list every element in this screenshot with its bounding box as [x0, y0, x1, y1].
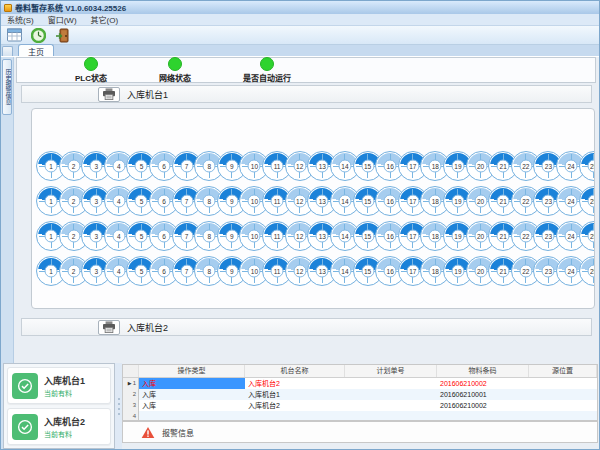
coil-number: 5	[135, 160, 148, 173]
table-cell[interactable]	[529, 411, 597, 421]
coil-number: 23	[542, 230, 555, 243]
coil-number: 7	[180, 265, 193, 278]
coil-number: 23	[542, 160, 555, 173]
card-title: 入库机台2	[44, 415, 85, 428]
column-header[interactable]: 源位置	[529, 365, 597, 377]
coil-number: 1	[45, 195, 58, 208]
table-cell[interactable]	[529, 378, 597, 389]
coil-number: 9	[225, 265, 238, 278]
card-text: 入库机台2当前有料	[44, 415, 85, 439]
print-button-machine1[interactable]	[98, 87, 120, 102]
table-cell[interactable]	[529, 400, 597, 411]
titlebar: 卷料暂存系统 V1.0.6034.25526	[1, 1, 599, 14]
coil-number: 18	[429, 195, 442, 208]
coil-position[interactable]: 25	[579, 221, 595, 251]
vertical-splitter[interactable]	[115, 363, 122, 449]
coil-number: 15	[361, 230, 374, 243]
coil-number: 15	[361, 265, 374, 278]
table-cell[interactable]	[345, 400, 437, 411]
column-header[interactable]: 机台名称	[245, 365, 345, 377]
menu-item[interactable]: 窗口(W)	[48, 14, 77, 25]
coil-number: 24	[565, 195, 578, 208]
coil-number: 18	[429, 230, 442, 243]
warning-triangle-icon	[141, 426, 155, 439]
coil-number: 24	[565, 230, 578, 243]
table-row[interactable]: 4	[123, 411, 597, 421]
coil-number: 12	[293, 265, 306, 278]
coil-position[interactable]: 25	[579, 151, 595, 181]
table-cell[interactable]: 入库	[139, 400, 245, 411]
table-cell[interactable]	[345, 389, 437, 400]
coil-number: 13	[316, 160, 329, 173]
row-marker: 3	[123, 400, 139, 411]
coil-number: 3	[90, 195, 103, 208]
table-cell[interactable]: 入库	[139, 378, 245, 389]
coil-number: 18	[429, 265, 442, 278]
coil-number: 22	[519, 265, 532, 278]
table-cell[interactable]	[245, 411, 345, 421]
column-header[interactable]: 计划单号	[345, 365, 437, 377]
coil-number: 15	[361, 195, 374, 208]
table-cell[interactable]	[345, 411, 437, 421]
table-row[interactable]: 3入库入库机台2201606210002	[123, 400, 597, 411]
coil-number: 20	[474, 160, 487, 173]
menu-item[interactable]: 其它(O)	[91, 14, 119, 25]
coil-number: 3	[90, 230, 103, 243]
machine-status-card[interactable]: 入库机台1当前有料	[7, 367, 111, 404]
docked-tab-stub[interactable]	[2, 46, 13, 56]
row-marker: ▶1	[123, 378, 139, 389]
coil-number: 5	[135, 265, 148, 278]
coil-row: 1234567891011121314151617181920212223242…	[36, 151, 594, 181]
table-cell[interactable]: 入库机台2	[245, 378, 345, 389]
coil-position[interactable]: 25	[579, 256, 595, 286]
status-panel: PLC状态网络状态是否自动运行	[16, 57, 596, 83]
coil-number: 1	[45, 160, 58, 173]
menubar: 系统(S)窗口(W)其它(O)	[1, 14, 599, 26]
coil-number: 10	[248, 160, 261, 173]
calendar-icon[interactable]	[5, 27, 23, 43]
coil-number: 25	[587, 265, 595, 278]
table-cell[interactable]: 入库	[139, 389, 245, 400]
clock-icon[interactable]	[29, 27, 47, 43]
coil-number: 13	[316, 265, 329, 278]
window-title: 卷料暂存系统 V1.0.6034.25526	[15, 2, 126, 13]
table-cell[interactable]: 入库机台2	[245, 400, 345, 411]
table-cell[interactable]	[345, 378, 437, 389]
status-label: 网络状态	[159, 72, 191, 83]
machine-status-cards: 入库机台1当前有料入库机台2当前有料	[3, 363, 115, 449]
coil-number: 21	[497, 265, 510, 278]
table-cell[interactable]: 入库机台1	[245, 389, 345, 400]
coil-number: 6	[158, 230, 171, 243]
exit-door-icon[interactable]	[53, 27, 71, 43]
table-cell[interactable]: 201606210002	[437, 400, 529, 411]
coil-number: 1	[45, 265, 58, 278]
coil-number: 7	[180, 230, 193, 243]
table-cell[interactable]: 201606210002	[437, 378, 529, 389]
coil-position[interactable]: 25	[579, 186, 595, 216]
status-label: PLC状态	[75, 72, 107, 83]
column-header[interactable]: 物料条码	[437, 365, 529, 377]
machine-status-card[interactable]: 入库机台2当前有料	[7, 408, 111, 445]
table-cell[interactable]	[529, 389, 597, 400]
coil-number: 3	[90, 160, 103, 173]
machine2-title: 入库机台2	[127, 321, 168, 334]
table-cell[interactable]	[437, 411, 529, 421]
coil-number: 10	[248, 265, 261, 278]
coil-number: 20	[474, 265, 487, 278]
coil-number: 3	[90, 265, 103, 278]
table-cell[interactable]: 201606210001	[437, 389, 529, 400]
status-light-icon	[84, 57, 98, 71]
table-row[interactable]: 2入库入库机台1201606210001	[123, 389, 597, 400]
table-cell[interactable]	[139, 411, 245, 421]
table-row[interactable]: ▶1入库入库机台2201606210002	[123, 378, 597, 389]
column-header[interactable]: 操作类型	[139, 365, 245, 377]
menu-item[interactable]: 系统(S)	[7, 14, 34, 25]
coil-number: 4	[112, 160, 125, 173]
alarm-bar: 报警信息	[122, 421, 598, 443]
coil-number: 21	[497, 230, 510, 243]
coil-number: 11	[271, 265, 284, 278]
coil-number: 19	[451, 265, 464, 278]
print-button-machine2[interactable]	[98, 320, 120, 335]
tab-home[interactable]: 主页	[18, 44, 54, 56]
side-tab-alarm-history[interactable]: 历史报警信息	[2, 59, 12, 115]
